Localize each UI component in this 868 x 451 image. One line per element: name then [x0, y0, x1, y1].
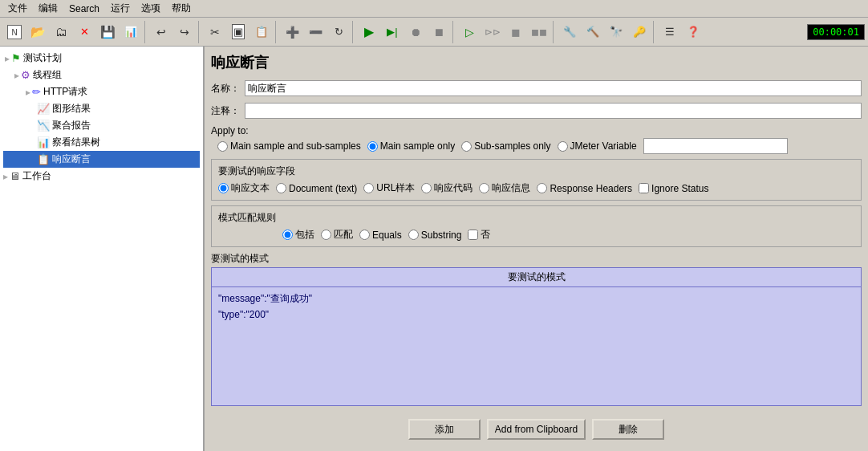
menu-edit[interactable]: 编辑: [34, 0, 63, 17]
remote-start-all-button[interactable]: ⊳⊳: [481, 21, 504, 43]
rule-matches[interactable]: 匹配: [321, 228, 353, 242]
pattern-row-0[interactable]: "message":"查询成功": [215, 291, 858, 307]
assert-icon: 📋: [37, 153, 50, 165]
name-label: 名称：: [211, 82, 240, 95]
field-response-headers-label: Response Headers: [550, 183, 632, 194]
pattern-row-1[interactable]: "type":"200": [215, 307, 858, 322]
name-input[interactable]: [245, 80, 862, 96]
delete-button[interactable]: 删除: [592, 419, 664, 440]
rule-substring[interactable]: Substring: [408, 230, 462, 241]
new-button[interactable]: N: [3, 21, 26, 43]
redo-icon: ↪: [180, 26, 189, 39]
menu-bar: 文件 编辑 Search 运行 选项 帮助: [0, 0, 868, 18]
rule-not[interactable]: 否: [468, 228, 490, 242]
save-button[interactable]: 💾: [96, 21, 119, 43]
save-template-button[interactable]: 🗂: [50, 21, 72, 43]
field-response-code-radio[interactable]: [421, 183, 432, 193]
field-ignore-status-check[interactable]: [639, 183, 649, 193]
log-button[interactable]: 🔨: [582, 21, 604, 43]
menu-help[interactable]: 帮助: [167, 0, 196, 17]
rule-equals[interactable]: Equals: [359, 230, 402, 241]
http-label: HTTP请求: [43, 85, 87, 99]
field-url-radio[interactable]: [363, 183, 374, 193]
help2-button[interactable]: ❓: [682, 21, 704, 43]
run-no-pause-button[interactable]: ▶|: [381, 21, 404, 43]
expand-triangle-thread: ▸: [14, 70, 19, 81]
field-ignore-status[interactable]: Ignore Status: [639, 183, 708, 194]
rule-matches-radio[interactable]: [321, 230, 331, 240]
collapse-button[interactable]: ➖: [304, 21, 327, 43]
jmeter-var-input[interactable]: [643, 138, 788, 154]
redo-button[interactable]: ↪: [173, 21, 196, 43]
menu-options[interactable]: 选项: [136, 0, 165, 17]
menu-search[interactable]: Search: [64, 2, 104, 16]
separator-1: [144, 21, 148, 43]
log-icon: 🔨: [586, 26, 599, 38]
undo-button[interactable]: ↩: [150, 21, 172, 43]
stop-now-button[interactable]: ⏹: [428, 21, 450, 43]
tree-item-http[interactable]: ▸ ✏ HTTP请求: [3, 83, 200, 100]
response-field-section: 要测试的响应字段 响应文本 Document (text) URL样本 响应代码: [211, 159, 862, 201]
rule-contains-radio[interactable]: [282, 230, 293, 240]
apply-main-only-radio[interactable]: [367, 141, 378, 152]
rule-substring-radio[interactable]: [408, 230, 419, 240]
apply-main-sub-radio[interactable]: [217, 141, 228, 152]
tree-item-threadgroup[interactable]: ▸ ⚙ 线程组: [3, 67, 200, 83]
open-button[interactable]: 📂: [26, 21, 49, 43]
patterns-table-header: 要测试的模式: [212, 268, 861, 287]
remote-stop-button[interactable]: ◼: [505, 21, 527, 43]
assert-label: 响应断言: [52, 152, 91, 166]
field-response-message[interactable]: 响应信息: [479, 181, 530, 195]
rule-not-check[interactable]: [468, 230, 478, 240]
apply-main-only[interactable]: Main sample only: [367, 140, 455, 152]
tree-item-graph[interactable]: 📈 图形结果: [3, 100, 200, 117]
field-document[interactable]: Document (text): [276, 183, 357, 194]
comment-input[interactable]: [245, 103, 862, 119]
paste-button[interactable]: 📋: [250, 21, 273, 43]
remote-start-button[interactable]: ▷: [458, 21, 481, 43]
field-document-radio[interactable]: [276, 183, 286, 193]
field-response-message-label: 响应信息: [492, 181, 530, 195]
apply-sub-only-radio[interactable]: [461, 141, 472, 152]
run-button[interactable]: ▶: [358, 21, 380, 43]
field-response-text[interactable]: 响应文本: [218, 181, 270, 195]
cut-button[interactable]: ✂: [204, 21, 226, 43]
pattern-rule-options: 包括 匹配 Equals Substring 否: [218, 228, 854, 242]
report-icon: 📊: [124, 26, 137, 38]
field-response-code[interactable]: 响应代码: [421, 181, 473, 195]
search-button[interactable]: 🔭: [605, 21, 627, 43]
copy-button[interactable]: ▣: [227, 21, 249, 43]
apply-main-sub[interactable]: Main sample and sub-samples: [217, 140, 361, 152]
functions-button[interactable]: 🔧: [558, 21, 581, 43]
rule-equals-radio[interactable]: [359, 230, 370, 240]
field-response-headers-radio[interactable]: [537, 183, 547, 193]
tree-item-assert[interactable]: 📋 响应断言: [3, 151, 200, 168]
stop-button[interactable]: ⏺: [404, 21, 427, 43]
rule-contains[interactable]: 包括: [282, 228, 314, 242]
field-response-headers[interactable]: Response Headers: [537, 183, 632, 194]
tree-item-treeview[interactable]: 📊 察看结果树: [3, 134, 200, 151]
menu-run[interactable]: 运行: [106, 0, 135, 17]
remote-stop-all-button[interactable]: ◼◼: [528, 21, 550, 43]
revert-button[interactable]: ✕: [73, 21, 95, 43]
tree-item-plan[interactable]: ▸ ⚑ 测试计划: [3, 50, 200, 67]
expand-button[interactable]: ➕: [281, 21, 303, 43]
field-response-text-radio[interactable]: [218, 183, 229, 193]
tree-item-workbench[interactable]: ▸ 🖥 工作台: [3, 168, 200, 185]
apply-to-section: Apply to: Main sample and sub-samples Ma…: [211, 125, 862, 154]
field-url[interactable]: URL样本: [363, 181, 415, 195]
menu-file[interactable]: 文件: [3, 0, 32, 17]
patterns-table-body: "message":"查询成功" "type":"200": [212, 287, 861, 405]
separator-4: [352, 21, 355, 43]
add-clipboard-button[interactable]: Add from Clipboard: [487, 419, 586, 440]
field-response-message-radio[interactable]: [479, 183, 489, 193]
report-button[interactable]: 📊: [120, 21, 142, 43]
filter-button[interactable]: 🔑: [628, 21, 651, 43]
tree-item-aggregate[interactable]: 📉 聚合报告: [3, 117, 200, 134]
apply-jmeter-var[interactable]: JMeter Variable: [558, 140, 637, 152]
refresh-button[interactable]: ↻: [327, 21, 350, 43]
apply-jmeter-var-radio[interactable]: [558, 141, 568, 152]
list-button[interactable]: ☰: [659, 21, 681, 43]
apply-sub-only[interactable]: Sub-samples only: [461, 140, 550, 152]
add-button[interactable]: 添加: [408, 419, 481, 440]
